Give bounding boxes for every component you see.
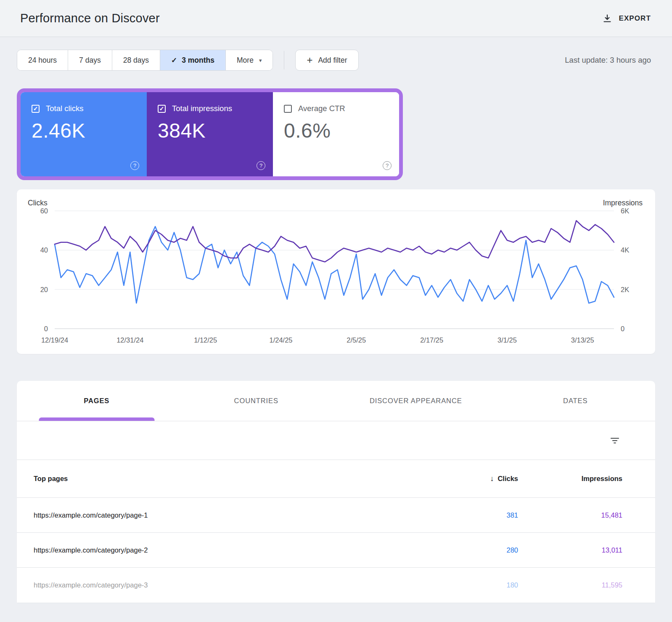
metric-label: Total clicks <box>46 104 83 113</box>
x-axis-labels: 12/19/2412/31/241/12/251/24/252/5/252/17… <box>55 329 614 348</box>
checkbox-unchecked-icon[interactable] <box>284 105 292 113</box>
clicks-value: 381 <box>426 511 518 519</box>
left-axis-title: Clicks <box>28 199 48 207</box>
page-url[interactable]: https://example.com/category/page-1 <box>34 511 426 519</box>
last-update-text: Last update: 3 hours ago <box>565 56 651 65</box>
axis-tick-label: 0 <box>44 325 48 332</box>
tab-countries[interactable]: COUNTRIES <box>177 381 336 421</box>
help-icon[interactable]: ? <box>257 161 265 170</box>
clicks-value: 180 <box>426 581 518 589</box>
axis-tick-label: 60 <box>40 207 48 215</box>
table-tabs: PAGES COUNTRIES DISCOVER APPEARANCE DATE… <box>17 381 655 421</box>
page-title: Performance on Discover <box>20 11 160 25</box>
range-7-days[interactable]: 7 days <box>68 50 112 70</box>
export-label: EXPORT <box>619 14 651 23</box>
page-url[interactable]: https://example.com/category/page-2 <box>34 546 426 554</box>
tab-dates[interactable]: DATES <box>496 381 656 421</box>
axis-tick-label: 40 <box>40 246 48 254</box>
check-icon: ✓ <box>171 56 177 65</box>
performance-chart-card: Clicks Impressions 6040200 6K4K2K0 12/19… <box>17 189 655 354</box>
vertical-divider <box>284 51 284 69</box>
x-tick-label: 12/31/24 <box>116 336 143 344</box>
chevron-down-icon: ▾ <box>259 57 262 64</box>
axis-tick-label: 0 <box>621 325 624 332</box>
metric-card-average-ctr[interactable]: Average CTR 0.6% ? <box>273 92 399 176</box>
table-row[interactable]: https://example.com/category/page-3 180 … <box>17 568 655 603</box>
impressions-value: 11,595 <box>518 581 622 589</box>
metric-card-total-impressions[interactable]: ✓ Total impressions 384K ? <box>147 92 273 176</box>
sort-descending-icon: ↓ <box>490 474 494 483</box>
tab-discover-appearance[interactable]: DISCOVER APPEARANCE <box>336 381 496 421</box>
metric-value: 0.6% <box>284 119 388 142</box>
range-28-days[interactable]: 28 days <box>112 50 160 70</box>
metric-card-total-clicks[interactable]: ✓ Total clicks 2.46K ? <box>21 92 147 176</box>
column-header-clicks[interactable]: ↓ Clicks <box>426 474 518 483</box>
table-header-row: Top pages ↓ Clicks Impressions <box>17 460 655 498</box>
tab-pages[interactable]: PAGES <box>17 381 177 421</box>
help-icon[interactable]: ? <box>383 161 392 170</box>
right-axis-ticks: 6K4K2K0 <box>621 211 643 329</box>
active-tab-underline <box>39 417 154 421</box>
x-tick-label: 3/1/25 <box>497 336 517 344</box>
right-axis-title: Impressions <box>603 199 643 207</box>
filter-bar: 24 hours 7 days 28 days ✓ 3 months More … <box>17 50 651 71</box>
filter-icon[interactable] <box>610 436 620 446</box>
add-filter-button[interactable]: + Add filter <box>295 50 358 71</box>
left-axis-ticks: 6040200 <box>28 211 48 329</box>
checkbox-checked-icon[interactable]: ✓ <box>32 105 40 113</box>
top-bar: Performance on Discover EXPORT <box>0 0 672 37</box>
axis-tick-label: 6K <box>621 207 629 215</box>
column-header-top-pages[interactable]: Top pages <box>34 475 426 483</box>
x-tick-label: 12/19/24 <box>41 336 68 344</box>
axis-tick-label: 2K <box>621 286 629 293</box>
download-icon <box>602 13 612 24</box>
chart-plot-area[interactable] <box>55 211 614 329</box>
metric-cards-highlight: ✓ Total clicks 2.46K ? ✓ Total impressio… <box>17 88 403 180</box>
x-tick-label: 2/5/25 <box>347 336 366 344</box>
export-button[interactable]: EXPORT <box>602 13 651 24</box>
column-header-impressions[interactable]: Impressions <box>518 475 622 483</box>
x-tick-label: 3/13/25 <box>571 336 594 344</box>
table-row[interactable]: https://example.com/category/page-2 280 … <box>17 533 655 568</box>
x-tick-label: 1/12/25 <box>194 336 217 344</box>
table-toolbar <box>17 421 655 460</box>
help-icon[interactable]: ? <box>130 161 139 170</box>
metric-value: 2.46K <box>32 119 136 142</box>
x-tick-label: 1/24/25 <box>269 336 292 344</box>
table-row[interactable]: https://example.com/category/page-1 381 … <box>17 498 655 533</box>
checkbox-checked-icon[interactable]: ✓ <box>158 105 166 113</box>
impressions-value: 13,011 <box>518 546 622 554</box>
x-tick-label: 2/17/25 <box>420 336 443 344</box>
range-24-hours[interactable]: 24 hours <box>17 50 68 70</box>
plus-icon: + <box>307 55 312 65</box>
metric-value: 384K <box>158 119 262 142</box>
range-3-months[interactable]: ✓ 3 months <box>160 50 226 70</box>
dimensions-table-card: PAGES COUNTRIES DISCOVER APPEARANCE DATE… <box>17 381 655 603</box>
clicks-value: 280 <box>426 546 518 554</box>
date-range-segmented-control: 24 hours 7 days 28 days ✓ 3 months More … <box>17 50 273 71</box>
range-more[interactable]: More ▾ <box>226 50 273 70</box>
metric-label: Average CTR <box>298 104 345 113</box>
series-clicks-line <box>55 226 614 303</box>
axis-tick-label: 4K <box>621 246 629 254</box>
axis-tick-label: 20 <box>40 286 48 293</box>
impressions-value: 15,481 <box>518 511 622 519</box>
page-url[interactable]: https://example.com/category/page-3 <box>34 581 426 589</box>
line-chart <box>55 211 614 329</box>
metric-label: Total impressions <box>172 104 232 113</box>
series-impressions-line <box>55 221 614 262</box>
